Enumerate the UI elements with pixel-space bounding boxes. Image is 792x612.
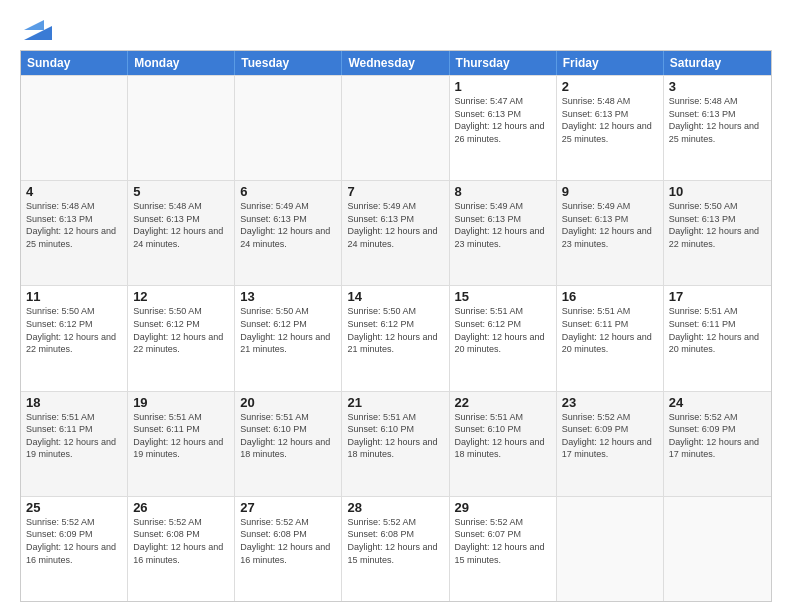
logo	[20, 16, 52, 40]
calendar-cell: 26Sunrise: 5:52 AM Sunset: 6:08 PM Dayli…	[128, 497, 235, 601]
calendar-cell: 19Sunrise: 5:51 AM Sunset: 6:11 PM Dayli…	[128, 392, 235, 496]
day-number: 15	[455, 289, 551, 304]
calendar-header-cell: Friday	[557, 51, 664, 75]
calendar-cell	[128, 76, 235, 180]
calendar-header-cell: Monday	[128, 51, 235, 75]
calendar-cell: 8Sunrise: 5:49 AM Sunset: 6:13 PM Daylig…	[450, 181, 557, 285]
sun-info: Sunrise: 5:50 AM Sunset: 6:13 PM Dayligh…	[669, 200, 766, 250]
day-number: 27	[240, 500, 336, 515]
sun-info: Sunrise: 5:52 AM Sunset: 6:07 PM Dayligh…	[455, 516, 551, 566]
calendar-cell: 5Sunrise: 5:48 AM Sunset: 6:13 PM Daylig…	[128, 181, 235, 285]
sun-info: Sunrise: 5:52 AM Sunset: 6:08 PM Dayligh…	[347, 516, 443, 566]
page: SundayMondayTuesdayWednesdayThursdayFrid…	[0, 0, 792, 612]
day-number: 6	[240, 184, 336, 199]
sun-info: Sunrise: 5:48 AM Sunset: 6:13 PM Dayligh…	[133, 200, 229, 250]
calendar-cell: 7Sunrise: 5:49 AM Sunset: 6:13 PM Daylig…	[342, 181, 449, 285]
day-number: 13	[240, 289, 336, 304]
calendar-cell: 6Sunrise: 5:49 AM Sunset: 6:13 PM Daylig…	[235, 181, 342, 285]
calendar-cell: 17Sunrise: 5:51 AM Sunset: 6:11 PM Dayli…	[664, 286, 771, 390]
calendar-cell	[342, 76, 449, 180]
sun-info: Sunrise: 5:51 AM Sunset: 6:10 PM Dayligh…	[240, 411, 336, 461]
day-number: 26	[133, 500, 229, 515]
logo-icon	[24, 12, 52, 40]
sun-info: Sunrise: 5:49 AM Sunset: 6:13 PM Dayligh…	[347, 200, 443, 250]
day-number: 17	[669, 289, 766, 304]
calendar-cell: 4Sunrise: 5:48 AM Sunset: 6:13 PM Daylig…	[21, 181, 128, 285]
sun-info: Sunrise: 5:48 AM Sunset: 6:13 PM Dayligh…	[562, 95, 658, 145]
sun-info: Sunrise: 5:48 AM Sunset: 6:13 PM Dayligh…	[669, 95, 766, 145]
sun-info: Sunrise: 5:52 AM Sunset: 6:09 PM Dayligh…	[26, 516, 122, 566]
calendar-cell: 23Sunrise: 5:52 AM Sunset: 6:09 PM Dayli…	[557, 392, 664, 496]
day-number: 23	[562, 395, 658, 410]
day-number: 18	[26, 395, 122, 410]
calendar-cell: 2Sunrise: 5:48 AM Sunset: 6:13 PM Daylig…	[557, 76, 664, 180]
day-number: 21	[347, 395, 443, 410]
calendar-cell: 25Sunrise: 5:52 AM Sunset: 6:09 PM Dayli…	[21, 497, 128, 601]
day-number: 29	[455, 500, 551, 515]
calendar-cell: 13Sunrise: 5:50 AM Sunset: 6:12 PM Dayli…	[235, 286, 342, 390]
sun-info: Sunrise: 5:52 AM Sunset: 6:09 PM Dayligh…	[562, 411, 658, 461]
calendar-cell: 27Sunrise: 5:52 AM Sunset: 6:08 PM Dayli…	[235, 497, 342, 601]
calendar-row: 11Sunrise: 5:50 AM Sunset: 6:12 PM Dayli…	[21, 285, 771, 390]
calendar-cell: 15Sunrise: 5:51 AM Sunset: 6:12 PM Dayli…	[450, 286, 557, 390]
calendar-cell: 16Sunrise: 5:51 AM Sunset: 6:11 PM Dayli…	[557, 286, 664, 390]
calendar-cell: 29Sunrise: 5:52 AM Sunset: 6:07 PM Dayli…	[450, 497, 557, 601]
calendar-cell: 20Sunrise: 5:51 AM Sunset: 6:10 PM Dayli…	[235, 392, 342, 496]
day-number: 16	[562, 289, 658, 304]
sun-info: Sunrise: 5:51 AM Sunset: 6:11 PM Dayligh…	[669, 305, 766, 355]
day-number: 22	[455, 395, 551, 410]
sun-info: Sunrise: 5:50 AM Sunset: 6:12 PM Dayligh…	[240, 305, 336, 355]
calendar-cell: 14Sunrise: 5:50 AM Sunset: 6:12 PM Dayli…	[342, 286, 449, 390]
day-number: 11	[26, 289, 122, 304]
day-number: 7	[347, 184, 443, 199]
calendar-row: 25Sunrise: 5:52 AM Sunset: 6:09 PM Dayli…	[21, 496, 771, 601]
calendar-header-cell: Tuesday	[235, 51, 342, 75]
calendar-cell: 1Sunrise: 5:47 AM Sunset: 6:13 PM Daylig…	[450, 76, 557, 180]
sun-info: Sunrise: 5:52 AM Sunset: 6:08 PM Dayligh…	[240, 516, 336, 566]
day-number: 3	[669, 79, 766, 94]
calendar-row: 4Sunrise: 5:48 AM Sunset: 6:13 PM Daylig…	[21, 180, 771, 285]
calendar: SundayMondayTuesdayWednesdayThursdayFrid…	[20, 50, 772, 602]
calendar-cell	[557, 497, 664, 601]
calendar-cell: 18Sunrise: 5:51 AM Sunset: 6:11 PM Dayli…	[21, 392, 128, 496]
calendar-header-cell: Sunday	[21, 51, 128, 75]
calendar-header-cell: Wednesday	[342, 51, 449, 75]
calendar-cell: 9Sunrise: 5:49 AM Sunset: 6:13 PM Daylig…	[557, 181, 664, 285]
sun-info: Sunrise: 5:47 AM Sunset: 6:13 PM Dayligh…	[455, 95, 551, 145]
sun-info: Sunrise: 5:51 AM Sunset: 6:10 PM Dayligh…	[347, 411, 443, 461]
day-number: 24	[669, 395, 766, 410]
header	[20, 16, 772, 40]
calendar-row: 1Sunrise: 5:47 AM Sunset: 6:13 PM Daylig…	[21, 75, 771, 180]
day-number: 5	[133, 184, 229, 199]
day-number: 14	[347, 289, 443, 304]
day-number: 8	[455, 184, 551, 199]
calendar-cell: 3Sunrise: 5:48 AM Sunset: 6:13 PM Daylig…	[664, 76, 771, 180]
sun-info: Sunrise: 5:51 AM Sunset: 6:10 PM Dayligh…	[455, 411, 551, 461]
calendar-cell	[21, 76, 128, 180]
calendar-header-cell: Saturday	[664, 51, 771, 75]
sun-info: Sunrise: 5:51 AM Sunset: 6:11 PM Dayligh…	[26, 411, 122, 461]
calendar-cell: 21Sunrise: 5:51 AM Sunset: 6:10 PM Dayli…	[342, 392, 449, 496]
day-number: 28	[347, 500, 443, 515]
sun-info: Sunrise: 5:50 AM Sunset: 6:12 PM Dayligh…	[26, 305, 122, 355]
day-number: 4	[26, 184, 122, 199]
calendar-cell: 22Sunrise: 5:51 AM Sunset: 6:10 PM Dayli…	[450, 392, 557, 496]
calendar-cell: 12Sunrise: 5:50 AM Sunset: 6:12 PM Dayli…	[128, 286, 235, 390]
calendar-row: 18Sunrise: 5:51 AM Sunset: 6:11 PM Dayli…	[21, 391, 771, 496]
sun-info: Sunrise: 5:49 AM Sunset: 6:13 PM Dayligh…	[455, 200, 551, 250]
day-number: 10	[669, 184, 766, 199]
calendar-cell	[664, 497, 771, 601]
day-number: 25	[26, 500, 122, 515]
sun-info: Sunrise: 5:49 AM Sunset: 6:13 PM Dayligh…	[562, 200, 658, 250]
sun-info: Sunrise: 5:52 AM Sunset: 6:08 PM Dayligh…	[133, 516, 229, 566]
calendar-body: 1Sunrise: 5:47 AM Sunset: 6:13 PM Daylig…	[21, 75, 771, 601]
day-number: 2	[562, 79, 658, 94]
calendar-cell	[235, 76, 342, 180]
calendar-cell: 10Sunrise: 5:50 AM Sunset: 6:13 PM Dayli…	[664, 181, 771, 285]
calendar-cell: 24Sunrise: 5:52 AM Sunset: 6:09 PM Dayli…	[664, 392, 771, 496]
sun-info: Sunrise: 5:52 AM Sunset: 6:09 PM Dayligh…	[669, 411, 766, 461]
sun-info: Sunrise: 5:51 AM Sunset: 6:12 PM Dayligh…	[455, 305, 551, 355]
sun-info: Sunrise: 5:48 AM Sunset: 6:13 PM Dayligh…	[26, 200, 122, 250]
sun-info: Sunrise: 5:49 AM Sunset: 6:13 PM Dayligh…	[240, 200, 336, 250]
sun-info: Sunrise: 5:51 AM Sunset: 6:11 PM Dayligh…	[133, 411, 229, 461]
